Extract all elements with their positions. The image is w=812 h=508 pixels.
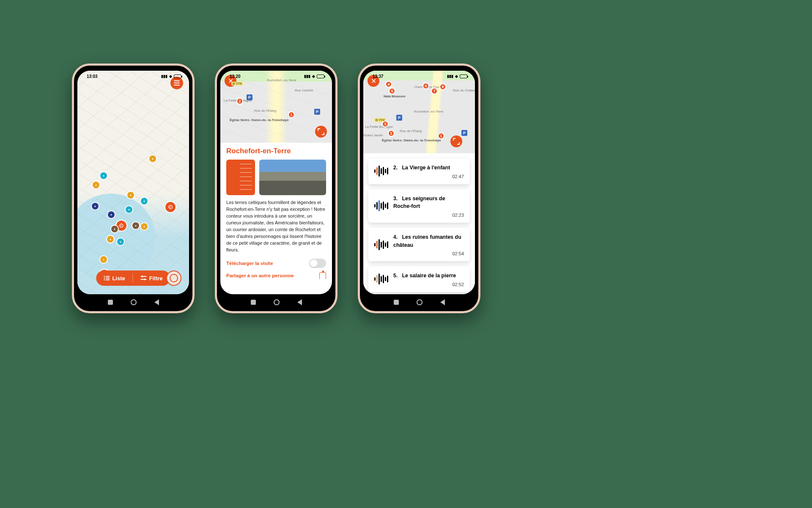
audio-track-list[interactable]: 2. La Vierge à l'enfant 02:47 3. Les sei… (363, 153, 475, 294)
map-overview[interactable]: •••••••••••••• Liste Filtre (77, 71, 189, 294)
parking-icon: P (461, 130, 467, 136)
poi-marker-1[interactable]: 1 (288, 111, 295, 118)
track-meta: 3. Les seigneurs de Roche-fort 02:23 (393, 194, 464, 218)
waveform-icon (374, 200, 388, 211)
map-poi-pin[interactable]: • (111, 226, 118, 232)
svg-rect-3 (104, 276, 105, 277)
poi-marker-2[interactable]: 2 (388, 130, 395, 137)
back-button[interactable] (154, 299, 159, 305)
home-button[interactable] (417, 299, 422, 305)
battery-icon (174, 75, 181, 78)
track-title: La Vierge à l'enfant (402, 165, 450, 171)
track-number: 3. (393, 196, 398, 202)
tour-card-thumb[interactable] (226, 160, 255, 195)
map-poi-pin[interactable]: • (149, 155, 156, 162)
clock: 13:20 (230, 74, 241, 79)
recents-button[interactable] (251, 300, 256, 305)
audio-track-item[interactable]: 4. Les ruines fumantes du château 02:54 (368, 228, 470, 261)
filter-button[interactable]: Filtre (133, 271, 170, 286)
status-icons: ▮▮▮◈ (447, 74, 467, 78)
poi-marker-8[interactable]: 8 (439, 83, 446, 90)
back-button[interactable] (440, 299, 445, 305)
android-nav (74, 297, 192, 308)
map-label-jardin: Grand Jardin (363, 133, 383, 137)
map-poi-pin[interactable]: • (126, 206, 132, 213)
signal-icon: ▮▮▮ (447, 74, 453, 78)
map-audio[interactable]: ✕ D 774 Naïa Museum Chemin des Douves Ru… (363, 71, 475, 153)
map-poi-pin[interactable]: • (132, 222, 139, 229)
svg-rect-7 (104, 279, 105, 280)
svg-rect-5 (104, 278, 105, 279)
map-label-town: Rochefort- en-Terre (414, 110, 443, 113)
poi-marker-4[interactable]: 4 (385, 81, 392, 88)
poi-marker-6[interactable]: 6 (422, 83, 429, 89)
track-duration: 02:47 (393, 174, 464, 179)
tour-description: Les terres celtiques fourmillent de lége… (226, 199, 326, 254)
poi-marker-1[interactable]: 1 (438, 133, 444, 139)
poi-marker-3[interactable]: 3 (382, 121, 389, 127)
track-title: Les ruines fumantes du château (393, 234, 461, 248)
recents-button[interactable] (108, 300, 113, 305)
tour-title: Rochefort-en-Terre (226, 147, 326, 155)
audio-track-item[interactable]: 3. Les seigneurs de Roche-fort 02:23 (368, 189, 470, 223)
tour-photo-thumb[interactable] (259, 160, 326, 195)
map-label-petite: La Petite Bretagne (365, 125, 393, 129)
download-toggle[interactable] (309, 259, 326, 268)
home-button[interactable] (131, 299, 137, 305)
share-label: Partager à un autre personne (226, 273, 294, 278)
map-label-church: Église Notre- Dame-de- la-Tronchaye (382, 138, 441, 142)
phone-tour-detail: 13:20 ▮▮▮◈ ✕ Rochefort- en-Terre Rue Can… (215, 64, 337, 313)
android-nav (217, 297, 335, 308)
list-button[interactable]: Liste (96, 271, 132, 286)
track-title: Le salaire de la pierre (402, 273, 456, 279)
parking-icon: P (314, 109, 320, 115)
svg-rect-8 (106, 279, 110, 280)
track-title: Les seigneurs de Roche-fort (393, 196, 445, 210)
phone-map-overview: 13:03 ▮▮▮ ◈ •••••••••••••• Liste (72, 64, 195, 313)
track-duration: 02:23 (393, 213, 464, 218)
wifi-icon: ◈ (455, 74, 458, 78)
download-row: Télécharger la visite (226, 259, 326, 268)
recents-button[interactable] (394, 300, 399, 305)
map-poi-pin[interactable]: • (100, 172, 107, 179)
map-poi-pin[interactable]: • (93, 182, 99, 188)
download-label: Télécharger la visite (226, 261, 273, 266)
signal-icon: ▮▮▮ (161, 74, 167, 78)
poi-marker-7[interactable]: 7 (431, 88, 438, 94)
track-meta: 4. Les ruines fumantes du château 02:54 (393, 233, 464, 256)
status-bar: 13:20 ▮▮▮◈ (220, 71, 332, 82)
map-poi-pin[interactable]: • (141, 198, 148, 204)
map-poi-pin[interactable]: • (108, 211, 115, 218)
share-row[interactable]: Partager à un autre personne (226, 272, 326, 279)
poi-marker-5[interactable]: 5 (389, 88, 395, 94)
map-poi-pin[interactable]: • (92, 203, 99, 210)
map-poi-pin[interactable]: • (127, 192, 134, 199)
list-label: Liste (112, 275, 125, 282)
audio-track-item[interactable]: 2. La Vierge à l'enfant 02:47 (368, 158, 470, 184)
device-showcase: 13:03 ▮▮▮ ◈ •••••••••••••• Liste (72, 64, 480, 313)
compass-button[interactable] (166, 271, 181, 286)
sliders-icon (141, 276, 147, 281)
waveform-icon (374, 166, 388, 177)
map-poi-pin[interactable]: • (141, 223, 148, 230)
map-label-naia: Naïa Museum (384, 94, 406, 98)
signal-icon: ▮▮▮ (304, 74, 310, 78)
map-poi-pin[interactable]: • (100, 256, 107, 263)
home-button[interactable] (274, 299, 280, 305)
wifi-icon: ◈ (169, 74, 172, 78)
list-icon (104, 276, 110, 281)
expand-map-button[interactable] (450, 135, 462, 147)
expand-map-button[interactable] (315, 126, 327, 138)
audio-track-item[interactable]: 5. Le salaire de la pierre 02:52 (368, 266, 470, 292)
poi-marker-2[interactable]: 2 (236, 98, 243, 105)
back-button[interactable] (297, 299, 302, 305)
map-poi-pin[interactable] (165, 202, 176, 212)
map-poi-pin[interactable]: • (117, 238, 124, 245)
map-label-church: Église Notre- Dame-de- la-Tronchaye (230, 118, 289, 122)
svg-rect-6 (106, 278, 110, 279)
tour-detail-body: Rochefort-en-Terre Les terres celtiques … (220, 143, 332, 294)
map-poi-pin[interactable]: • (107, 236, 114, 243)
track-number: 2. (393, 165, 398, 171)
map-label-rue-candre: Rue Candré (295, 88, 313, 92)
clock: 13:37 (373, 74, 384, 79)
